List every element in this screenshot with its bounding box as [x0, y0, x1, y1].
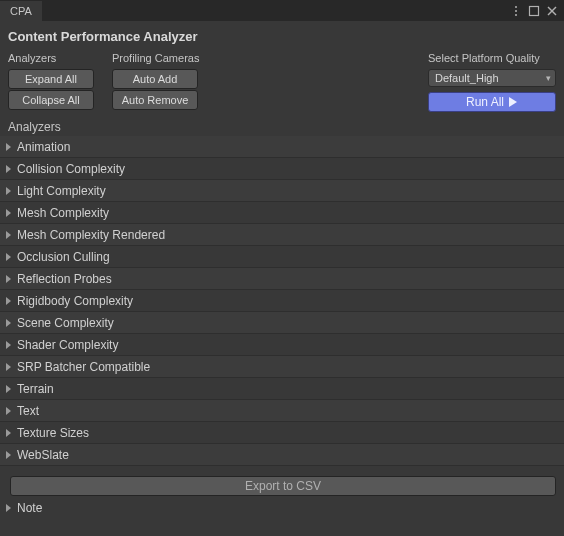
- window-tab[interactable]: CPA: [0, 1, 42, 21]
- analyzer-row[interactable]: Animation: [0, 136, 564, 158]
- auto-add-button[interactable]: Auto Add: [112, 69, 198, 89]
- analyzer-row-label: Terrain: [17, 382, 54, 396]
- analyzers-list-header: Analyzers: [0, 112, 564, 136]
- close-icon[interactable]: [546, 5, 558, 17]
- foldout-arrow-icon: [6, 319, 11, 327]
- collapse-all-button[interactable]: Collapse All: [8, 90, 94, 110]
- analyzer-row[interactable]: Terrain: [0, 378, 564, 400]
- auto-remove-button[interactable]: Auto Remove: [112, 90, 198, 110]
- foldout-arrow-icon: [6, 165, 11, 173]
- analyzer-row[interactable]: Light Complexity: [0, 180, 564, 202]
- note-label: Note: [17, 501, 42, 515]
- analyzer-row-label: SRP Batcher Compatible: [17, 360, 150, 374]
- foldout-arrow-icon: [6, 187, 11, 195]
- foldout-arrow-icon: [6, 341, 11, 349]
- analyzer-row[interactable]: Mesh Complexity: [0, 202, 564, 224]
- foldout-arrow-icon: [6, 407, 11, 415]
- analyzer-row-label: Scene Complexity: [17, 316, 114, 330]
- analyzer-row-label: Animation: [17, 140, 70, 154]
- analyzer-row-label: Mesh Complexity Rendered: [17, 228, 165, 242]
- controls-row: Analyzers Expand All Collapse All Profil…: [0, 48, 564, 112]
- platform-column-label: Select Platform Quality: [428, 50, 540, 68]
- analyzer-row-label: Texture Sizes: [17, 426, 89, 440]
- analyzer-row-label: Occlusion Culling: [17, 250, 110, 264]
- svg-point-0: [515, 6, 517, 8]
- analyzer-row[interactable]: Collision Complexity: [0, 158, 564, 180]
- kebab-menu-icon[interactable]: [510, 5, 522, 17]
- foldout-arrow-icon: [6, 231, 11, 239]
- analyzer-row[interactable]: SRP Batcher Compatible: [0, 356, 564, 378]
- svg-point-1: [515, 10, 517, 12]
- title-bar: CPA: [0, 0, 564, 21]
- window-tab-label: CPA: [10, 5, 32, 17]
- analyzer-row-label: WebSlate: [17, 448, 69, 462]
- analyzer-row[interactable]: Shader Complexity: [0, 334, 564, 356]
- analyzer-row-label: Text: [17, 404, 39, 418]
- foldout-arrow-icon: [6, 209, 11, 217]
- analyzer-row[interactable]: Text: [0, 400, 564, 422]
- cameras-column-label: Profiling Cameras: [112, 50, 212, 68]
- analyzer-row[interactable]: Rigidbody Complexity: [0, 290, 564, 312]
- analyzer-row-label: Light Complexity: [17, 184, 106, 198]
- analyzer-row[interactable]: Scene Complexity: [0, 312, 564, 334]
- platform-quality-dropdown[interactable]: Default_High ▾: [428, 69, 556, 87]
- analyzer-row[interactable]: Mesh Complexity Rendered: [0, 224, 564, 246]
- platform-quality-selected: Default_High: [435, 72, 499, 84]
- foldout-arrow-icon: [6, 385, 11, 393]
- expand-all-button[interactable]: Expand All: [8, 69, 94, 89]
- foldout-arrow-icon: [6, 143, 11, 151]
- analyzer-row-label: Shader Complexity: [17, 338, 118, 352]
- foldout-arrow-icon: [6, 275, 11, 283]
- svg-rect-3: [530, 6, 539, 15]
- analyzer-row-label: Mesh Complexity: [17, 206, 109, 220]
- page-title: Content Performance Analyzer: [0, 21, 564, 48]
- foldout-arrow-icon: [6, 429, 11, 437]
- window-controls: [510, 0, 564, 21]
- analyzers-list: AnimationCollision ComplexityLight Compl…: [0, 136, 564, 466]
- run-all-label: Run All: [466, 95, 504, 109]
- analyzer-row-label: Reflection Probes: [17, 272, 112, 286]
- foldout-arrow-icon: [6, 253, 11, 261]
- svg-point-2: [515, 14, 517, 16]
- run-all-button[interactable]: Run All: [428, 92, 556, 112]
- analyzer-row[interactable]: Texture Sizes: [0, 422, 564, 444]
- export-csv-button[interactable]: Export to CSV: [10, 476, 556, 496]
- analyzer-row[interactable]: WebSlate: [0, 444, 564, 466]
- maximize-icon[interactable]: [528, 5, 540, 17]
- foldout-arrow-icon: [6, 451, 11, 459]
- analyzer-row-label: Rigidbody Complexity: [17, 294, 133, 308]
- analyzer-row-label: Collision Complexity: [17, 162, 125, 176]
- foldout-arrow-icon: [6, 504, 11, 512]
- analyzer-row[interactable]: Reflection Probes: [0, 268, 564, 290]
- svg-marker-6: [509, 97, 517, 107]
- foldout-arrow-icon: [6, 363, 11, 371]
- play-icon: [508, 97, 518, 107]
- analyzers-column-label: Analyzers: [8, 50, 104, 68]
- foldout-arrow-icon: [6, 297, 11, 305]
- chevron-down-icon: ▾: [546, 73, 551, 83]
- analyzer-row[interactable]: Occlusion Culling: [0, 246, 564, 268]
- note-foldout[interactable]: Note: [0, 497, 564, 519]
